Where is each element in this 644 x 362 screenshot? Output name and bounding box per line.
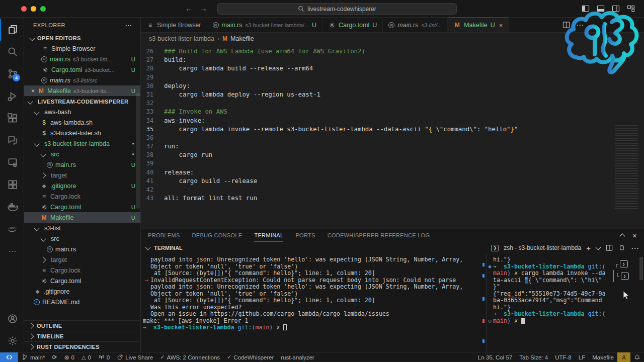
terminal-line[interactable]: make: *** [aws-invoke] Error 1 xyxy=(143,318,481,325)
section-outline[interactable]: OUTLINE xyxy=(24,320,140,331)
tab-main-rs[interactable]: Rmain.rss3-bucket-lister-lambda/...U xyxy=(207,18,323,32)
launch-profile-chevron-icon[interactable] xyxy=(596,247,600,249)
code-line[interactable]: 32 xyxy=(141,99,644,108)
tab-main-rs[interactable]: Rmain.rss3-list/... xyxy=(383,18,448,32)
terminal-line[interactable]: {"req_id":"55510e73-74d5-49c7-9a xyxy=(487,291,613,298)
tree-item[interactable]: MMakefileU xyxy=(24,212,140,223)
toggle-sidebar-icon[interactable] xyxy=(582,5,590,13)
close-panel-icon[interactable]: × xyxy=(632,231,637,240)
statusbar-0[interactable]: △0 xyxy=(78,352,95,362)
editor-code-area[interactable]: 26### Build for AWS Lambda (use arm64 fo… xyxy=(141,45,644,229)
statusbar-main-[interactable]: main* xyxy=(18,352,48,362)
remote-window-button[interactable] xyxy=(0,352,18,362)
statusbar-ln-35-col-57[interactable]: Ln 35, Col 57 xyxy=(474,352,516,362)
tree-item[interactable]: Rmain.rsU xyxy=(24,159,140,170)
code-line[interactable]: 36 xyxy=(141,134,644,142)
sidebar-scrollbar[interactable] xyxy=(136,93,140,209)
terminal-line[interactable]: }" xyxy=(487,284,613,291)
toggle-secondary-sidebar-icon[interactable] xyxy=(612,5,620,13)
open-editors-section[interactable]: OPEN EDITORS xyxy=(24,33,140,43)
activity-chat[interactable] xyxy=(0,129,24,151)
statusbar-live-share[interactable]: Live Share xyxy=(113,352,156,362)
code-line[interactable]: 29 xyxy=(141,73,644,82)
code-line[interactable]: 40release: xyxy=(141,168,644,177)
terminal-tabs-scrollbar[interactable] xyxy=(639,257,643,280)
statusbar-bell[interactable] xyxy=(630,352,644,362)
tree-item[interactable]: Cargo.tomlU xyxy=(24,202,140,212)
minimap[interactable] xyxy=(615,125,638,211)
tree-item[interactable]: ◆.gitignore xyxy=(24,286,140,297)
tree-item[interactable]: target xyxy=(24,170,140,180)
back-icon[interactable]: ← xyxy=(185,4,193,13)
section-rust-dependencies[interactable]: RUST DEPENDENCIES xyxy=(24,341,140,352)
terminal-line[interactable]: ○main) ✗ xyxy=(487,318,613,325)
code-line[interactable]: 37run: xyxy=(141,142,644,151)
maximize-window-button[interactable] xyxy=(40,6,46,12)
activity-settings-gear[interactable] xyxy=(0,330,24,352)
terminal-section-label[interactable]: TERMINAL xyxy=(154,245,183,251)
tree-item[interactable]: ≡Cargo.lock xyxy=(24,265,140,276)
statusbar-makefile[interactable]: Makefile xyxy=(589,352,617,362)
terminal-line[interactable]: payload into json: Unrecognized token 'h… xyxy=(143,256,481,263)
code-line[interactable]: 33### Invoke on AWS xyxy=(141,108,644,116)
code-line[interactable]: 31 cargo lambda deploy --region us-east-… xyxy=(141,90,644,99)
terminal-line[interactable]: ●→ s3-bucket-lister-lambda git:( xyxy=(487,263,613,270)
split-editor-icon[interactable] xyxy=(562,21,570,29)
code-line[interactable]: 39 xyxy=(141,159,644,168)
activity-docker[interactable] xyxy=(0,196,24,218)
panel-tab-debug-console[interactable]: DEBUG CONSOLE xyxy=(192,229,243,242)
command-center-search[interactable]: livestream-codewhisperer xyxy=(217,3,457,15)
tree-item[interactable]: Rmain.rs xyxy=(24,244,140,254)
window-controls[interactable] xyxy=(21,6,46,12)
terminal-line[interactable]: Object or token 'null', 'true' or 'false… xyxy=(143,263,481,270)
terminal-line[interactable]: ba-03653ace79f4","msg":"Command xyxy=(487,297,613,304)
codewhisperer-badge[interactable] xyxy=(617,352,630,362)
customize-layout-icon[interactable] xyxy=(627,5,635,13)
tree-item[interactable]: aws-bash xyxy=(24,107,140,117)
code-line[interactable]: 28 cargo lambda build --release --arm64 xyxy=(141,64,644,73)
tree-item[interactable]: src● xyxy=(24,149,140,159)
workspace-root[interactable]: LIVESTREAM-CODEWHISPERER xyxy=(24,96,140,107)
more-icon[interactable]: ⋯ xyxy=(631,243,639,253)
terminal-line[interactable]: payload into json: Unrecognized token 'h… xyxy=(143,284,481,291)
panel-tab-terminal[interactable]: TERMINAL xyxy=(254,229,283,242)
tree-item[interactable]: ◆.gitignoreU xyxy=(24,180,140,191)
activity-run-debug[interactable] xyxy=(0,85,24,107)
tree-item[interactable]: src xyxy=(24,233,140,244)
code-line[interactable]: 35 cargo lambda invoke --remote s3-bucke… xyxy=(141,125,644,134)
tree-item[interactable]: iREADME.md xyxy=(24,297,140,307)
activity-search[interactable] xyxy=(0,41,24,63)
kill-terminal-icon[interactable] xyxy=(618,244,625,251)
terminal-line[interactable]: →InvalidRequestContentException: Could n… xyxy=(143,277,481,284)
open-editor-item[interactable]: ≡Simple Browser xyxy=(24,43,140,54)
statusbar-rust-analyzer[interactable]: rust-analyzer xyxy=(277,352,317,362)
code-line[interactable]: 38 cargo run xyxy=(141,151,644,159)
breadcrumb[interactable]: s3-bucket-lister-lambda › M Makefile xyxy=(141,33,644,45)
code-line[interactable]: 27build: xyxy=(141,56,644,64)
toggle-panel-icon[interactable] xyxy=(597,5,605,13)
statusbar-utf-8[interactable]: UTF-8 xyxy=(551,352,575,362)
terminal-line[interactable]: → s3-bucket-lister-lambda git:( xyxy=(487,311,613,318)
new-terminal-icon[interactable]: + xyxy=(586,244,591,252)
activity-account[interactable] xyxy=(0,308,24,330)
activity-aws[interactable]: aws xyxy=(0,218,24,240)
terminal-line[interactable]: ta-ascii "{ \"command\": \"hi\" xyxy=(487,277,613,284)
code-line[interactable]: 26### Build for AWS Lambda (use arm64 fo… xyxy=(141,47,644,56)
statusbar-0[interactable]: ⊗0 xyxy=(60,352,77,362)
tree-item[interactable]: $aws-lambda.sh xyxy=(24,117,140,128)
statusbar-lf[interactable]: LF xyxy=(575,352,589,362)
terminal-line[interactable]: hi."} xyxy=(487,256,613,263)
terminal-line[interactable]: → s3-bucket-lister-lambda git:(main) ✗ xyxy=(143,324,481,331)
breadcrumb-folder[interactable]: s3-bucket-lister-lambda xyxy=(149,35,214,42)
tree-item[interactable]: ≡Cargo.lock xyxy=(24,191,140,202)
terminal-scrollbar[interactable] xyxy=(481,254,486,352)
code-line[interactable]: 30deploy: xyxy=(141,82,644,90)
terminal-split-output[interactable]: hi."}●→ s3-bucket-lister-lambda git:(mai… xyxy=(486,254,613,352)
tree-item[interactable]: Cargo.toml xyxy=(24,276,140,286)
activity-more[interactable]: ⋯ xyxy=(0,240,24,262)
terminal-line[interactable]: hi."} xyxy=(487,304,613,311)
terminal-line[interactable]: at [Source: (byte[])"{ "command": hello}… xyxy=(143,297,481,304)
tab-makefile[interactable]: MMakefileU× xyxy=(448,18,509,32)
code-line[interactable]: 41 cargo build --release xyxy=(141,177,644,186)
activity-source-control[interactable]: 4 xyxy=(0,63,24,85)
